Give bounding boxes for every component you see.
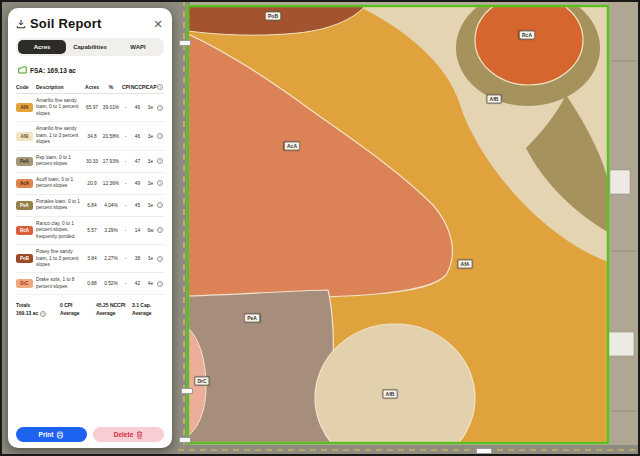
- print-label: Print: [39, 431, 54, 438]
- col-nccpi: NCCPI: [131, 84, 144, 90]
- farm-building: [610, 170, 630, 194]
- row-info-icon[interactable]: ?: [157, 105, 163, 111]
- col-description: Description: [36, 84, 82, 90]
- totals-cpi: 0 CPI: [60, 302, 94, 310]
- road-label: [179, 40, 191, 46]
- soil-description: Amarillo fine sandy loam, 1 to 3 percent…: [36, 126, 82, 145]
- row-info-icon[interactable]: ?: [157, 227, 163, 233]
- page-title: Soil Report: [30, 16, 148, 31]
- table-header: Code Description Acres % CPI NCCPI CAP ?: [16, 84, 164, 94]
- row-info-icon[interactable]: ?: [157, 158, 163, 164]
- soil-code-badge: AfB: [16, 132, 33, 141]
- totals-info-icon[interactable]: ?: [40, 311, 46, 317]
- printer-icon: [56, 431, 64, 439]
- soil-cpi: -: [122, 228, 129, 233]
- row-info-icon[interactable]: ?: [157, 256, 163, 262]
- soil-percent: 20.58%: [102, 134, 120, 139]
- soil-cap: 3e: [146, 134, 155, 139]
- soil-cpi: -: [122, 181, 129, 186]
- row-info-icon[interactable]: ?: [157, 202, 163, 208]
- map-soil-label-afa[interactable]: AfA: [458, 260, 473, 269]
- map-soil-label-rca[interactable]: RcA: [519, 31, 535, 40]
- tab-acres[interactable]: Acres: [18, 40, 66, 54]
- soil-percent: 39.01%: [102, 105, 120, 110]
- map-soil-label-drc[interactable]: DrC: [194, 377, 209, 386]
- table-row[interactable]: PoB Posey fine sandy loam, 1 to 3 percen…: [16, 245, 164, 273]
- soil-cap: 3e: [146, 159, 155, 164]
- field-line: [611, 250, 640, 252]
- soil-nccpi: 45: [131, 203, 144, 208]
- soil-percent: 0.52%: [102, 281, 120, 286]
- soil-cap: 6w: [146, 228, 155, 233]
- soil-cpi: -: [122, 256, 129, 261]
- table-row[interactable]: AfB Amarillo fine sandy loam, 1 to 3 per…: [16, 122, 164, 150]
- field-line: [611, 410, 640, 412]
- col-acres: Acres: [84, 84, 100, 90]
- soil-description: Portales loam, 0 to 1 percent slopes: [36, 199, 82, 212]
- trash-icon: [136, 431, 143, 439]
- soil-percent: 12.36%: [102, 181, 120, 186]
- map-soil-label-afb[interactable]: AfB: [487, 95, 502, 104]
- totals-acres: 169.13 ac: [16, 310, 38, 318]
- close-icon[interactable]: ✕: [152, 19, 164, 29]
- col-percent: %: [102, 84, 120, 90]
- fsa-acres-label: FSA: 169.13 ac: [30, 67, 76, 74]
- export-icon[interactable]: [16, 19, 26, 29]
- map-soil-label-aca[interactable]: AcA: [284, 142, 300, 151]
- soil-code-badge: DrC: [16, 279, 33, 288]
- soil-cap: 4e: [146, 281, 155, 286]
- soil-code-badge: AcA: [16, 179, 33, 188]
- table-row[interactable]: RcA Ranco clay, 0 to 1 percent slopes, f…: [16, 217, 164, 245]
- row-info-icon[interactable]: ?: [157, 180, 163, 186]
- totals-label: Totals: [16, 302, 58, 310]
- road-label: [476, 448, 492, 454]
- tab-wapi[interactable]: WAPI: [114, 40, 162, 54]
- map-soil-label-pob[interactable]: PoB: [265, 12, 281, 21]
- table-row[interactable]: DrC Drake soils, 1 to 8 percent slopes 0…: [16, 273, 164, 295]
- soil-nccpi: 38: [131, 256, 144, 261]
- row-info-icon[interactable]: ?: [157, 281, 163, 287]
- print-button[interactable]: Print: [16, 427, 87, 442]
- soil-acres: 3.84: [84, 256, 100, 261]
- soil-percent: 17.93%: [102, 159, 120, 164]
- panel-header: Soil Report ✕: [16, 16, 164, 31]
- soil-acres: 65.97: [84, 105, 100, 110]
- soil-code-badge: RcA: [16, 226, 33, 235]
- soil-acres: 5.57: [84, 228, 100, 233]
- totals-row: Totals 169.13 ac? 0 CPI Average 45.25 NC…: [16, 296, 164, 317]
- table-row[interactable]: PvA Portales loam, 0 to 1 percent slopes…: [16, 195, 164, 217]
- table-row[interactable]: PeA Pep loam, 0 to 1 percent slopes 30.3…: [16, 151, 164, 173]
- soil-percent: 4.04%: [102, 203, 120, 208]
- soil-nccpi: 49: [131, 181, 144, 186]
- totals-cap-sub: Average: [132, 310, 164, 318]
- totals-nccpi-sub: Average: [96, 310, 130, 318]
- totals-cap: 3.1 Cap.: [132, 302, 164, 310]
- fsa-row[interactable]: FSA: 169.13 ac: [18, 66, 164, 74]
- folder-icon: [18, 66, 27, 74]
- soil-nccpi: 47: [131, 159, 144, 164]
- soil-code-badge: PeA: [16, 157, 33, 166]
- farm-building: [608, 332, 634, 356]
- panel-footer: Print Delete: [16, 421, 164, 442]
- table-row[interactable]: AcA Acuff loam, 0 to 1 percent slopes 20…: [16, 173, 164, 195]
- row-info-icon[interactable]: ?: [157, 133, 163, 139]
- soil-region-pea[interactable]: [188, 290, 336, 443]
- soil-description: Drake soils, 1 to 8 percent slopes: [36, 277, 82, 290]
- table-row[interactable]: AfA Amarillo fine sandy loam, 0 to 1 per…: [16, 94, 164, 122]
- map-soil-label-pea[interactable]: PeA: [244, 314, 260, 323]
- delete-button[interactable]: Delete: [93, 427, 164, 442]
- soil-acres: 30.33: [84, 159, 100, 164]
- soil-acres: 6.84: [84, 203, 100, 208]
- soil-map[interactable]: PoBRcAAfBAcAAfAPeADrCAfB: [178, 0, 640, 456]
- soil-acres: 34.8: [84, 134, 100, 139]
- soil-description: Posey fine sandy loam, 1 to 3 percent sl…: [36, 249, 82, 268]
- tab-capabilities[interactable]: Capabilities: [66, 40, 114, 54]
- soil-nccpi: 46: [131, 105, 144, 110]
- soil-region-rca[interactable]: [475, 0, 583, 85]
- soil-map-svg: [178, 0, 640, 456]
- table-info-icon[interactable]: ?: [157, 84, 163, 90]
- soil-report-panel: Soil Report ✕ AcresCapabilitiesWAPI FSA:…: [8, 8, 172, 448]
- soil-cap: 3e: [146, 105, 155, 110]
- map-soil-label-afb[interactable]: AfB: [383, 390, 398, 399]
- field-line: [611, 60, 640, 62]
